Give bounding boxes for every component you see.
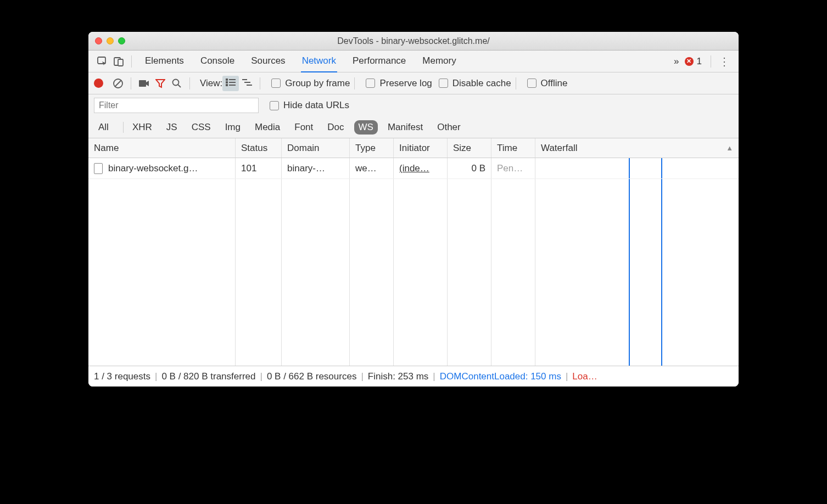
svg-rect-11 [229,82,236,83]
tab-memory[interactable]: Memory [421,51,457,72]
network-toolbar: View: Group by frame Preserve log Disabl… [88,72,739,94]
close-window-button[interactable] [95,37,102,44]
filter-input[interactable] [94,98,259,113]
svg-rect-9 [229,79,236,80]
type-xhr[interactable]: XHR [128,120,157,135]
camera-icon[interactable] [136,75,152,92]
col-initiator[interactable]: Initiator [394,138,448,158]
separator [131,55,132,68]
cell-name: binary-websocket.g… [88,158,236,178]
cell-initiator[interactable]: (inde… [394,158,448,178]
search-icon[interactable] [169,75,185,92]
svg-point-6 [173,79,179,85]
error-icon: ✕ [685,57,694,66]
offline-toggle[interactable]: Offline [527,78,568,89]
svg-rect-16 [247,85,252,86]
traffic-lights [88,37,125,44]
svg-rect-10 [226,81,228,83]
svg-rect-5 [139,80,146,87]
col-time[interactable]: Time [491,138,535,158]
separator [260,77,260,89]
table-body: binary-websocket.g… 101 binary-… we… (in… [88,158,739,366]
tabs-overflow-button[interactable]: » [674,56,679,67]
status-bar: 1 / 3 requests | 0 B / 820 B transferred… [88,366,739,387]
sort-arrow-icon: ▲ [726,144,733,152]
minimize-window-button[interactable] [107,37,114,44]
type-css[interactable]: CSS [187,120,215,135]
tab-network[interactable]: Network [301,51,337,72]
status-requests: 1 / 3 requests [94,371,150,382]
checkbox-icon [439,79,448,88]
load-marker [661,158,662,366]
col-size[interactable]: Size [448,138,491,158]
col-status[interactable]: Status [236,138,282,158]
type-other[interactable]: Other [433,120,465,135]
document-icon [94,163,103,174]
svg-rect-2 [118,59,123,66]
cell-time: Pen… [491,158,535,178]
svg-rect-8 [226,79,228,81]
type-manifest[interactable]: Manifest [383,120,427,135]
tab-elements[interactable]: Elements [144,51,185,72]
separator [516,77,516,89]
status-load: Loa… [572,371,597,382]
cell-waterfall [535,158,739,178]
record-button[interactable] [94,79,103,88]
col-domain[interactable]: Domain [282,138,350,158]
devtools-window: DevTools - binary-websocket.glitch.me/ E… [88,32,739,387]
view-label: View: [200,78,222,89]
type-img[interactable]: Img [221,120,245,135]
svg-rect-13 [229,85,236,86]
svg-rect-14 [242,79,247,80]
col-type[interactable]: Type [350,138,394,158]
titlebar: DevTools - binary-websocket.glitch.me/ [88,32,739,51]
hide-data-urls-toggle[interactable]: Hide data URLs [270,100,349,111]
tab-console[interactable]: Console [199,51,236,72]
type-media[interactable]: Media [250,120,284,135]
status-finish: Finish: 253 ms [368,371,429,382]
col-name[interactable]: Name [88,138,236,158]
waterfall-view-icon[interactable] [239,76,255,91]
cell-domain: binary-… [282,158,350,178]
cell-type: we… [350,158,394,178]
preserve-log-toggle[interactable]: Preserve log [366,78,432,89]
filter-row: Hide data URLs [88,94,739,116]
checkbox-icon [527,79,537,88]
cell-size: 0 B [448,158,491,178]
window-title: DevTools - binary-websocket.glitch.me/ [88,36,739,46]
separator [354,77,355,89]
col-waterfall[interactable]: Waterfall▲ [535,138,739,158]
group-by-frame-toggle[interactable]: Group by frame [271,78,350,89]
type-doc[interactable]: Doc [323,120,348,135]
table-header: Name Status Domain Type Initiator Size T… [88,138,739,158]
zoom-window-button[interactable] [118,37,125,44]
checkbox-icon [270,101,279,110]
separator [711,55,711,68]
filter-icon[interactable] [152,75,169,92]
dcl-marker [629,158,630,366]
device-toolbar-icon[interactable] [110,53,127,70]
settings-menu-button[interactable]: ⋮ [716,55,733,68]
grid-background [88,158,739,366]
cell-status: 101 [236,158,282,178]
type-all[interactable]: All [94,120,113,135]
tab-performance[interactable]: Performance [351,51,407,72]
separator [123,122,124,133]
panel-tabs-row: Elements Console Sources Network Perform… [88,51,739,72]
table-row[interactable]: binary-websocket.g… 101 binary-… we… (in… [88,158,739,179]
tab-sources[interactable]: Sources [250,51,286,72]
large-rows-icon[interactable] [222,76,239,91]
svg-rect-12 [226,84,228,86]
panel-tabs: Elements Console Sources Network Perform… [144,51,668,72]
type-font[interactable]: Font [290,120,317,135]
separator [131,77,131,89]
inspect-element-icon[interactable] [94,53,110,70]
type-js[interactable]: JS [162,120,182,135]
clear-icon[interactable] [110,75,126,92]
status-dcl: DOMContentLoaded: 150 ms [440,371,561,382]
disable-cache-toggle[interactable]: Disable cache [439,78,511,89]
request-table: Name Status Domain Type Initiator Size T… [88,138,739,366]
type-ws[interactable]: WS [354,120,378,135]
errors-indicator[interactable]: ✕ 1 [685,56,702,67]
separator [189,77,190,89]
